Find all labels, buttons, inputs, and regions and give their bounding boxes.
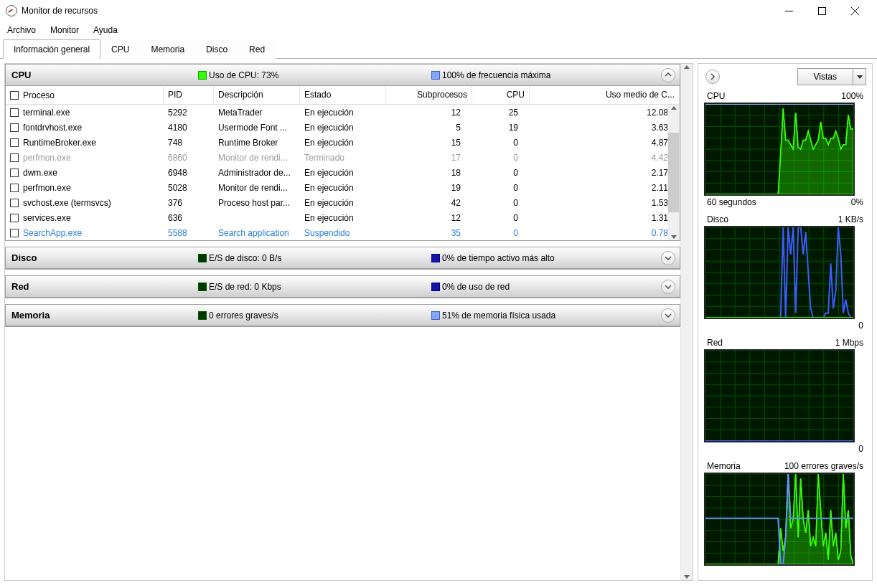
process-avgcpu: 4.87 <box>530 138 680 148</box>
col-avgcpu[interactable]: Uso medio de C... <box>530 86 680 104</box>
process-desc: Monitor de rendi... <box>214 183 300 193</box>
collapse-graphs-button[interactable] <box>705 70 720 84</box>
checkbox[interactable] <box>10 229 19 237</box>
section-cpu: CPU Uso de CPU: 73% 100% de frecuencia m… <box>5 64 680 241</box>
tab-memory[interactable]: Memoria <box>140 39 195 59</box>
process-name: terminal.exe <box>23 108 70 118</box>
tab-disk[interactable]: Disco <box>195 39 238 59</box>
checkbox[interactable] <box>10 153 19 162</box>
checkbox[interactable] <box>10 138 19 147</box>
net-usage-label: 0% de uso de red <box>442 282 654 292</box>
tab-cpu[interactable]: CPU <box>100 39 140 59</box>
checkbox[interactable] <box>10 214 19 222</box>
scroll-down-icon[interactable] <box>671 235 677 239</box>
section-cpu-header[interactable]: CPU Uso de CPU: 73% 100% de frecuencia m… <box>6 65 680 86</box>
process-threads: 42 <box>386 198 472 208</box>
scroll-up-icon[interactable] <box>684 65 690 69</box>
graph-disco: Disco1 KB/s0 <box>704 213 866 332</box>
left-scrollbar[interactable] <box>680 64 693 580</box>
scroll-up-icon[interactable] <box>671 106 677 110</box>
process-status: Suspendido <box>300 228 386 238</box>
expand-memory-button[interactable] <box>661 308 675 323</box>
process-threads: 17 <box>386 153 472 163</box>
process-status: Terminado <box>300 153 386 163</box>
process-avgcpu: 4.42 <box>530 153 680 163</box>
process-avgcpu: 0.78 <box>530 228 680 238</box>
col-threads[interactable]: Subprocesos <box>386 86 472 104</box>
table-row[interactable]: RuntimeBroker.exe748Runtime BrokerEn eje… <box>6 135 680 150</box>
process-pid: 5028 <box>164 183 214 193</box>
section-disk: Disco E/S de disco: 0 B/s 0% de tiempo a… <box>5 247 680 270</box>
maximize-button[interactable] <box>805 0 838 22</box>
graph-max: 100% <box>841 91 863 101</box>
process-threads: 15 <box>386 138 472 148</box>
graph-memoria: Memoria100 errores graves/s <box>704 460 866 566</box>
section-memory-header[interactable]: Memoria 0 errores graves/s 51% de memori… <box>6 305 680 326</box>
process-avgcpu: 1.53 <box>530 198 680 208</box>
svg-rect-1 <box>818 7 825 14</box>
section-disk-title: Disco <box>11 252 191 263</box>
table-row[interactable]: services.exe636En ejecución1201.31 <box>6 210 680 225</box>
process-pid: 636 <box>164 213 214 223</box>
process-name: services.exe <box>23 213 71 223</box>
graph-max: 1 KB/s <box>838 214 863 224</box>
disk-io-label: E/S de disco: 0 B/s <box>209 253 424 263</box>
expand-disk-button[interactable] <box>661 251 675 265</box>
table-row[interactable]: svchost.exe (termsvcs)376Proceso host pa… <box>6 195 680 210</box>
process-threads: 18 <box>386 168 472 178</box>
process-status: En ejecución <box>300 198 386 208</box>
minimize-button[interactable] <box>772 0 805 22</box>
checkbox[interactable] <box>10 108 19 117</box>
menu-monitor[interactable]: Monitor <box>50 25 79 35</box>
col-cpu[interactable]: CPU <box>472 86 530 104</box>
menu-ayuda[interactable]: Ayuda <box>93 25 118 35</box>
views-dropdown[interactable]: Vistas <box>797 68 866 85</box>
process-avgcpu: 3.63 <box>530 123 680 133</box>
process-cpu: 0 <box>472 198 530 208</box>
process-name: RuntimeBroker.exe <box>23 138 96 148</box>
section-memory-title: Memoria <box>11 310 191 321</box>
checkbox[interactable] <box>10 169 19 177</box>
process-name: svchost.exe (termsvcs) <box>23 198 111 208</box>
scroll-thumb[interactable] <box>668 133 679 212</box>
process-scrollbar[interactable] <box>667 105 680 240</box>
section-network-header[interactable]: Red E/S de red: 0 Kbps 0% de uso de red <box>6 276 680 298</box>
section-network-title: Red <box>11 281 191 292</box>
section-disk-header[interactable]: Disco E/S de disco: 0 B/s 0% de tiempo a… <box>6 247 680 269</box>
table-row[interactable]: SearchApp.exe5588Search applicationSuspe… <box>6 225 680 240</box>
table-row[interactable]: terminal.exe5292MetaTraderEn ejecución12… <box>6 105 680 120</box>
menu-archivo[interactable]: Archivo <box>7 25 36 35</box>
col-status[interactable]: Estado <box>300 86 386 104</box>
process-desc: Administrador de... <box>214 168 300 178</box>
col-pid[interactable]: PID <box>164 86 214 104</box>
checkbox[interactable] <box>10 199 19 207</box>
graph-title: Memoria <box>707 461 741 471</box>
process-cpu: 0 <box>472 228 530 238</box>
close-button[interactable] <box>838 0 871 22</box>
graph-cpu: CPU100%60 segundos0% <box>704 90 866 209</box>
table-row[interactable]: dwm.exe6948Administrador de...En ejecuci… <box>6 165 680 180</box>
collapse-cpu-button[interactable] <box>661 68 675 82</box>
scroll-down-icon[interactable] <box>684 575 690 579</box>
checkbox[interactable] <box>10 123 19 132</box>
process-cpu: 19 <box>472 123 530 133</box>
swatch-blue-icon <box>431 71 440 80</box>
expand-network-button[interactable] <box>661 280 675 294</box>
col-desc[interactable]: Descripción <box>214 86 300 104</box>
swatch-darkblue-icon <box>431 254 440 262</box>
checkbox[interactable] <box>10 184 19 192</box>
graph-min: 0 <box>858 444 863 454</box>
tab-overview[interactable]: Información general <box>3 39 100 59</box>
swatch-darkblue-icon <box>431 283 440 291</box>
col-process[interactable]: Proceso <box>23 90 55 100</box>
title-bar: Monitor de recursos <box>0 0 877 22</box>
table-row[interactable]: fontdrvhost.exe4180Usermode Font ...En e… <box>6 120 680 135</box>
section-network: Red E/S de red: 0 Kbps 0% de uso de red <box>5 275 680 298</box>
table-row[interactable]: perfmon.exe5028Monitor de rendi...En eje… <box>6 180 680 195</box>
table-row[interactable]: perfmon.exe6860Monitor de rendi...Termin… <box>6 150 680 165</box>
process-desc: Proceso host par... <box>214 198 300 208</box>
process-avgcpu: 1.31 <box>530 213 680 223</box>
graph-min: 0 <box>858 321 863 331</box>
checkbox-all[interactable] <box>10 91 19 100</box>
tab-network[interactable]: Red <box>238 39 276 59</box>
